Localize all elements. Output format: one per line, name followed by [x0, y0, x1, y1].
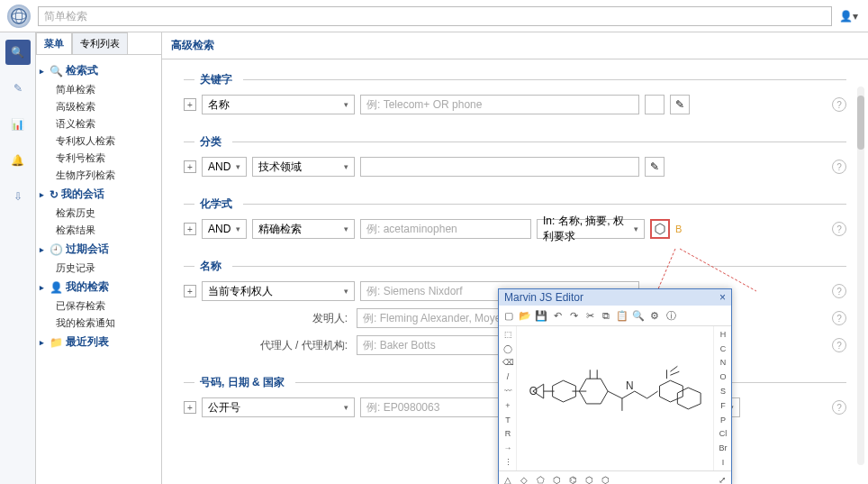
tree-group-search[interactable]: 🔍检索式 — [40, 60, 158, 81]
checkbox[interactable] — [645, 95, 665, 114]
charge-icon[interactable]: + — [501, 399, 515, 412]
tree-item[interactable]: 检索历史 — [40, 205, 158, 222]
paste-icon[interactable]: 📋 — [615, 308, 629, 323]
class-input[interactable] — [360, 157, 639, 177]
add-row-icon[interactable]: + — [184, 98, 196, 111]
benzene-icon[interactable]: ⌬ — [565, 473, 580, 484]
operator-select[interactable]: AND — [202, 219, 247, 239]
field-select[interactable]: 名称 — [202, 95, 355, 114]
arrow-icon[interactable]: → — [501, 442, 515, 454]
ring5-icon[interactable]: ⬠ — [533, 473, 547, 484]
nav-search-icon[interactable]: 🔍 — [5, 40, 31, 65]
ring3-icon[interactable]: △ — [501, 473, 515, 484]
elem-f[interactable]: F — [716, 399, 730, 412]
tree-item[interactable]: 已保存检索 — [40, 297, 158, 315]
add-row-icon[interactable]: + — [184, 285, 196, 297]
tree-item[interactable]: 检索结果 — [40, 222, 158, 239]
editor-canvas[interactable]: O N — [517, 326, 713, 470]
main-tab-advanced[interactable]: 高级检索 — [162, 32, 868, 59]
tree-item[interactable]: 专利号检索 — [40, 150, 158, 167]
elem-o[interactable]: O — [716, 370, 730, 383]
tree-group-expired[interactable]: 🕘过期会话 — [40, 239, 158, 260]
section-keyword[interactable]: 关键字 — [184, 68, 846, 91]
help-icon[interactable]: ? — [832, 160, 846, 174]
operator-select[interactable]: AND — [202, 157, 247, 177]
top-search-input[interactable] — [38, 6, 832, 26]
help-icon[interactable]: ? — [832, 222, 846, 236]
ring8-icon[interactable]: ⬡ — [598, 473, 612, 484]
scrollbar[interactable] — [857, 87, 864, 465]
more-icon[interactable]: ⋮ — [501, 456, 515, 469]
elem-s[interactable]: S — [716, 385, 730, 397]
info-icon[interactable]: ⓘ — [664, 308, 678, 323]
chain-icon[interactable]: 〰 — [501, 385, 515, 397]
new-icon[interactable]: ▢ — [502, 308, 516, 323]
settings-icon[interactable]: ⚙ — [647, 308, 662, 323]
user-menu-icon[interactable]: 👤▾ — [839, 5, 861, 27]
add-row-icon[interactable]: + — [184, 223, 196, 235]
ring6-icon[interactable]: ⬡ — [549, 473, 564, 484]
copy-icon[interactable]: ⧉ — [599, 308, 613, 323]
ring7-icon[interactable]: ⬡ — [582, 473, 596, 484]
structure-editor-button[interactable] — [650, 219, 670, 239]
nav-analytics-icon[interactable]: 📊 — [5, 112, 31, 137]
select-icon[interactable]: ⬚ — [501, 328, 515, 341]
expand-icon[interactable]: ⤢ — [715, 473, 729, 484]
tree-item[interactable]: 语义检索 — [40, 115, 158, 132]
elem-c[interactable]: C — [716, 342, 730, 355]
nav-alert-icon[interactable]: 🔔 — [5, 148, 31, 173]
nav-export-icon[interactable]: ⇩ — [5, 184, 31, 209]
tree-item[interactable]: 简单检索 — [40, 81, 158, 98]
elem-cl[interactable]: Cl — [716, 428, 730, 441]
help-icon[interactable]: ? — [832, 338, 846, 352]
redo-icon[interactable]: ↷ — [566, 308, 581, 323]
section-name[interactable]: 名称 — [184, 255, 846, 278]
field-select[interactable]: 技术领域 — [252, 157, 355, 177]
in-select[interactable]: In: 名称, 摘要, 权利要求 — [537, 219, 645, 239]
section-class[interactable]: 分类 — [184, 131, 846, 153]
help-icon[interactable]: ? — [832, 400, 846, 415]
ring4-icon[interactable]: ◇ — [517, 473, 531, 484]
marvin-editor-dialog[interactable]: Marvin JS Editor× ▢📂💾 ↶↷ ✂⧉📋 🔍⚙ⓘ ⬚◯ ⌫/ 〰… — [498, 288, 732, 484]
elem-i[interactable]: I — [716, 456, 730, 469]
editor-titlebar[interactable]: Marvin JS Editor× — [499, 289, 731, 306]
wand-icon[interactable]: ✎ — [670, 95, 690, 114]
cut-icon[interactable]: ✂ — [583, 308, 597, 323]
undo-icon[interactable]: ↶ — [550, 308, 565, 323]
tree-item[interactable]: 我的检索通知 — [40, 315, 158, 332]
add-row-icon[interactable]: + — [184, 401, 196, 414]
tree-group-session[interactable]: ↻我的会话 — [40, 184, 158, 205]
help-icon[interactable]: ? — [832, 284, 846, 298]
open-icon[interactable]: 📂 — [518, 308, 532, 323]
elem-n[interactable]: N — [716, 357, 730, 370]
elem-br[interactable]: Br — [716, 442, 730, 454]
tree-item[interactable]: 生物序列检索 — [40, 167, 158, 184]
nav-edit-icon[interactable]: ✎ — [5, 76, 31, 101]
help-icon[interactable]: ? — [832, 97, 846, 112]
save-icon[interactable]: 💾 — [534, 308, 548, 323]
tree-tab-patents[interactable]: 专利列表 — [72, 32, 128, 54]
erase-icon[interactable]: ⌫ — [501, 357, 515, 370]
keyword-input[interactable] — [360, 95, 639, 114]
lasso-icon[interactable]: ◯ — [501, 342, 515, 355]
help-icon[interactable]: ? — [832, 311, 846, 325]
section-chem[interactable]: 化学式 — [184, 193, 846, 215]
chem-input[interactable] — [360, 219, 531, 239]
tree-group-recent[interactable]: 📁最近列表 — [40, 332, 158, 352]
close-icon[interactable]: × — [719, 291, 726, 304]
wand-icon[interactable]: ✎ — [645, 157, 665, 177]
add-row-icon[interactable]: + — [184, 160, 196, 173]
elem-p[interactable]: P — [716, 414, 730, 426]
tree-tab-menu[interactable]: 菜单 — [36, 32, 72, 54]
elem-h[interactable]: H — [716, 328, 730, 341]
zoom-icon[interactable]: 🔍 — [631, 308, 646, 323]
text-icon[interactable]: T — [501, 414, 515, 426]
bond-icon[interactable]: / — [501, 370, 515, 383]
field-select[interactable]: 精确检索 — [252, 219, 355, 239]
scrollbar-thumb[interactable] — [857, 96, 864, 150]
tree-item[interactable]: 专利权人检索 — [40, 132, 158, 150]
rgroup-icon[interactable]: R — [501, 428, 515, 441]
tree-group-my[interactable]: 👤我的检索 — [40, 277, 158, 297]
field-select[interactable]: 当前专利权人 — [202, 281, 355, 301]
tree-item[interactable]: 历史记录 — [40, 260, 158, 277]
